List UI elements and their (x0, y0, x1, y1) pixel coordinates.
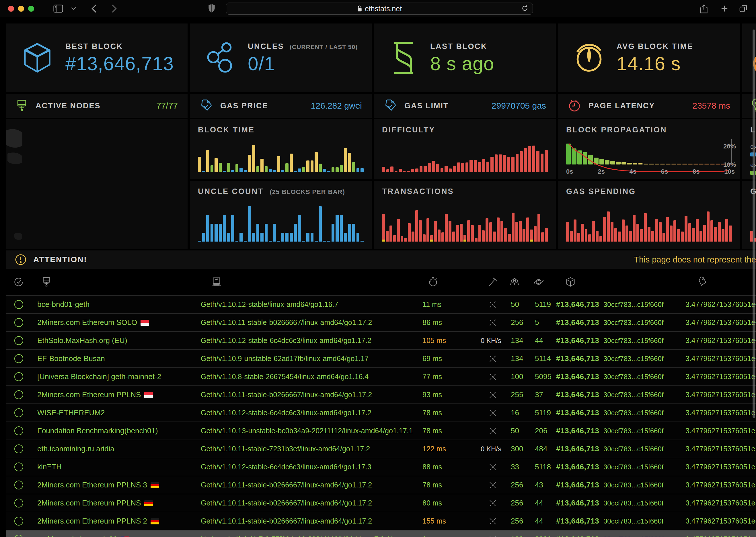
chart-bar (340, 215, 343, 242)
pending-column-header[interactable] (531, 276, 555, 287)
active-nodes-value: 77/77 (156, 101, 178, 111)
sidebar-toggle-icon[interactable] (53, 5, 63, 13)
node-latency: 78 ms (422, 409, 479, 417)
privacy-shield-icon[interactable] (208, 4, 215, 13)
node-name[interactable]: eth.icanmining.ru aridia (31, 444, 201, 453)
node-info-column-header[interactable] (201, 276, 422, 288)
node-name[interactable]: 2Miners.com Ethereum PPLNS (31, 390, 201, 399)
latency-clock-icon (568, 99, 581, 113)
node-name[interactable]: 2Miners.com Ethereum PPLNS 3 (31, 480, 201, 489)
url-bar[interactable]: ethstats.net (226, 3, 533, 15)
chart-subtitle: (25 BLOCKS PER BAR) (270, 188, 345, 195)
chart-bar (622, 220, 625, 242)
node-table-row[interactable]: 2Miners.com Ethereum SOLOGeth/v1.10.11-s… (6, 313, 756, 331)
node-table-row[interactable]: Foundation Benchmarking(bench01)Geth/v1.… (6, 422, 756, 439)
chart-bar (692, 228, 695, 242)
chart-bar (327, 171, 331, 172)
node-block-number: #13,646,713 (555, 336, 602, 345)
node-table-row[interactable]: 2Miners.com Ethereum PPLNS 3Geth/v1.10.1… (6, 476, 756, 494)
chart-bar (286, 163, 289, 172)
node-name[interactable]: archivenode.io - node06 (31, 535, 201, 537)
chart-bar (256, 224, 259, 242)
node-table-row[interactable]: [Universa Blockchain] geth-mainnet-2Geth… (6, 367, 756, 386)
node-peers: 134 (506, 336, 531, 345)
minimize-window-button[interactable] (18, 6, 24, 12)
hourglass-icon (389, 41, 419, 75)
node-version: Geth/v1.10.12-stable-6c4dc6c3/linux-amd6… (201, 463, 422, 471)
node-status-icon (6, 390, 31, 399)
node-status-icon (6, 444, 31, 453)
node-name[interactable]: Foundation Benchmarking(bench01) (31, 426, 201, 435)
status-column-header[interactable] (6, 277, 31, 287)
node-status-icon (6, 336, 31, 345)
latency-column-header[interactable] (422, 276, 479, 288)
node-total-difficulty: 3.477962715376051e+2 (686, 373, 756, 381)
node-block-hash: 30ccf783...c15f660f (602, 337, 686, 345)
chart-bar (640, 229, 643, 242)
node-peers: 256 (506, 480, 531, 489)
chart-bar (390, 166, 393, 172)
node-name[interactable]: kinΞTH (31, 463, 201, 472)
node-name[interactable]: 2Miners.com Ethereum SOLO (31, 318, 201, 327)
node-table-row[interactable]: archivenode.io - node06Nethermind/v1.11.… (6, 530, 756, 537)
node-table-row[interactable]: EthSolo.MaxHash.org (EU)Geth/v1.10.12-st… (6, 331, 756, 349)
flag-sg-icon (144, 392, 153, 398)
vertical-scrollbar[interactable] (753, 29, 755, 418)
chart-bar (286, 233, 289, 242)
chart-bar (511, 157, 514, 172)
chart-bar (352, 162, 355, 172)
node-name[interactable]: EF-Bootnode-Busan (31, 354, 201, 363)
chart-bar (290, 233, 293, 242)
node-pending: 37 (531, 390, 555, 399)
back-button[interactable] (91, 4, 97, 13)
share-icon[interactable] (700, 4, 708, 14)
node-name[interactable]: EthSolo.MaxHash.org (EU) (31, 336, 201, 345)
node-table-row[interactable]: 2Miners.com Ethereum PPLNS 2Geth/v1.10.1… (6, 512, 756, 530)
node-name[interactable]: bce-bnd01-geth (31, 300, 201, 309)
node-version: Nethermind/v1.11.7-0-75f034a08-20211119/… (201, 535, 422, 537)
node-table-row[interactable]: EF-Bootnode-BusanGeth/v1.10.9-unstable-6… (6, 349, 756, 367)
node-block-hash: 30ccf783...c15f660f (602, 499, 686, 507)
gas-limit-label: GAS LIMIT (404, 102, 484, 110)
node-pending: 44 (531, 516, 555, 525)
node-version: Geth/v1.10.11-stable-b0266667/linux-amd6… (201, 481, 422, 489)
close-window-button[interactable] (8, 6, 14, 12)
node-column-header[interactable] (31, 276, 201, 288)
chart-bar (434, 221, 437, 242)
node-table-row[interactable]: eth.icanmining.ru aridiaGeth/v1.10.11-st… (6, 439, 756, 458)
mining-x-icon (479, 517, 506, 525)
node-version: Geth/v1.10.11-stable-b0266667/linux-amd6… (201, 517, 422, 525)
node-table-row[interactable]: kinΞTHGeth/v1.10.12-stable-6c4dc6c3/linu… (6, 458, 756, 476)
refresh-icon[interactable] (521, 5, 529, 12)
node-name[interactable]: WISE-ETHEREUM2 (31, 408, 201, 417)
node-name[interactable]: 2Miners.com Ethereum PPLNS 2 (31, 516, 201, 525)
node-table-row[interactable]: 2Miners.com Ethereum PPLNSGeth/v1.10.11-… (6, 386, 756, 403)
node-name[interactable]: [Universa Blockchain] geth-mainnet-2 (31, 372, 201, 381)
zoom-window-button[interactable] (28, 6, 34, 12)
difficulty-column-header[interactable] (686, 276, 756, 288)
status-ring-icon (14, 480, 23, 489)
node-table-row[interactable]: 2Miners.com Ethereum PPLNSGeth/v1.10.11-… (6, 494, 756, 512)
node-peers: 102 (506, 535, 531, 537)
chart-bar (323, 169, 326, 172)
node-block-hash: 30ccf783...c15f660f (602, 301, 686, 309)
new-tab-icon[interactable] (721, 5, 729, 13)
node-table-row[interactable]: WISE-ETHEREUM2Geth/v1.10.12-stable-6c4dc… (6, 403, 756, 422)
chart-bar (445, 166, 448, 172)
flag-de-icon (151, 518, 159, 524)
chart-bar (306, 160, 309, 172)
tab-overview-icon[interactable] (739, 5, 748, 13)
mining-x-icon (479, 427, 506, 435)
node-table-row[interactable]: bce-bnd01-gethGeth/v1.10.12-stable/linux… (6, 295, 756, 313)
mining-column-header[interactable] (479, 276, 506, 288)
chevron-down-icon[interactable] (71, 7, 76, 10)
forward-button[interactable] (111, 4, 117, 13)
node-block-hash: 30ccf783...c15f660f (602, 535, 686, 537)
node-name[interactable]: 2Miners.com Ethereum PPLNS (31, 499, 201, 508)
x-tick-label: 10s (724, 168, 735, 175)
chart-bar (545, 150, 548, 172)
block-column-header[interactable] (555, 276, 602, 287)
y-tick-20: 20% (723, 143, 736, 150)
node-status-icon (6, 516, 31, 525)
peers-column-header[interactable] (506, 276, 531, 287)
